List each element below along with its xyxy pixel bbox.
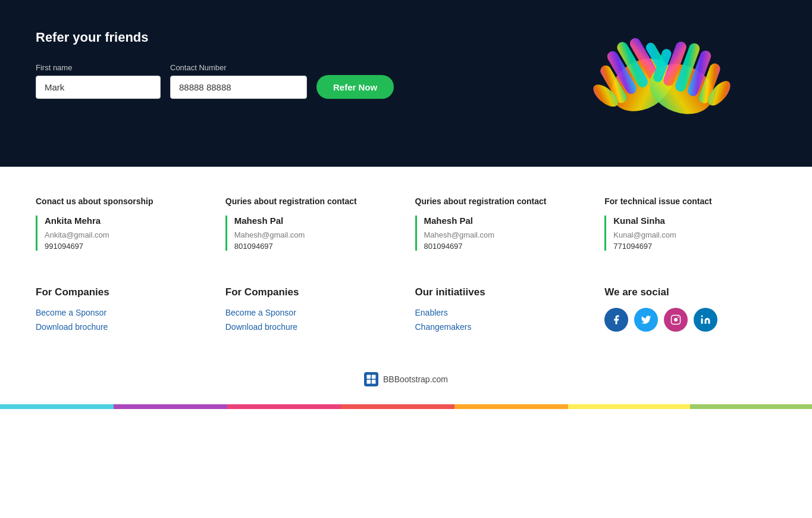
contact-card-3: Kunal Sinha Kunal@gmail.com 771094697 [604,216,776,251]
contact-phone-3: 771094697 [613,242,776,251]
contact-col-2: Quries about registration contact Mahesh… [415,196,587,251]
footer-col-social: We are social [604,286,776,336]
contact-card-2: Mahesh Pal Mahesh@gmail.com 801094697 [415,216,587,251]
svg-point-17 [701,316,703,317]
contact-col-1: Quries about registration contact Mahesh… [225,196,397,251]
footer-links-section: For Companies Become a Sponsor Download … [0,274,812,360]
first-name-group: First name [36,63,161,99]
svg-rect-19 [372,375,376,379]
linkedin-icon[interactable] [694,308,717,332]
contact-email-1: Mahesh@gmail.com [234,230,397,239]
contact-heading-0: Conact us about sponsorship [36,196,208,206]
twitter-icon[interactable] [634,308,658,332]
contact-name-1: Mahesh Pal [234,216,397,226]
footer-link-enablers[interactable]: Enablers [415,308,587,317]
svg-rect-20 [367,380,371,384]
brand-text: BBBootstrap.com [383,375,448,384]
footer-link-sponsor-1[interactable]: Become a Sponsor [36,308,208,317]
footer-col-companies-1: For Companies Become a Sponsor Download … [36,286,208,336]
footer-col-initiatives: Our initiatiives Enablers Changemakers [415,286,587,336]
footer-link-sponsor-2[interactable]: Become a Sponsor [225,308,397,317]
contact-name-2: Mahesh Pal [424,216,587,226]
footer-title-social: We are social [604,286,776,298]
footer-title-companies-2: For Companies [225,286,397,298]
contact-email-2: Mahesh@gmail.com [424,230,587,239]
contact-name-0: Ankita Mehra [45,216,208,226]
contact-group: Contact Number [170,63,307,99]
svg-rect-18 [367,375,371,379]
contact-input[interactable] [170,76,307,99]
bbbootstrap-logo [364,372,378,386]
bottom-bar: BBBootstrap.com [0,360,812,404]
footer-link-brochure-2[interactable]: Download brochure [225,322,397,332]
refer-form: First name Contact Number Refer Now [36,63,776,99]
refer-now-button[interactable]: Refer Now [316,75,394,99]
instagram-icon[interactable] [664,308,688,332]
footer-title-companies-1: For Companies [36,286,208,298]
contact-phone-2: 801094697 [424,242,587,251]
contact-heading-3: For technical issue contact [604,196,776,206]
footer-title-initiatives: Our initiatiives [415,286,587,298]
contact-heading-2: Quries about registration contact [415,196,587,206]
svg-rect-21 [372,380,376,384]
refer-section: Refer your friends First name Contact Nu… [0,0,812,167]
contact-card-1: Mahesh Pal Mahesh@gmail.com 801094697 [225,216,397,251]
contact-label: Contact Number [170,63,307,72]
facebook-icon[interactable] [604,308,628,332]
first-name-label: First name [36,63,161,72]
contact-section: Conact us about sponsorship Ankita Mehra… [0,167,812,274]
refer-title: Refer your friends [36,30,776,45]
contact-name-3: Kunal Sinha [613,216,776,226]
contact-col-0: Conact us about sponsorship Ankita Mehra… [36,196,208,251]
svg-rect-16 [701,319,703,324]
contact-email-0: Ankita@gmail.com [45,230,208,239]
footer-col-companies-2: For Companies Become a Sponsor Download … [225,286,397,336]
contact-heading-1: Quries about registration contact [225,196,397,206]
contact-col-3: For technical issue contact Kunal Sinha … [604,196,776,251]
contact-phone-1: 801094697 [234,242,397,251]
contact-card-0: Ankita Mehra Ankita@gmail.com 991094697 [36,216,208,251]
contact-phone-0: 991094697 [45,242,208,251]
rainbow-bar [0,404,812,409]
footer-link-changemakers[interactable]: Changemakers [415,322,587,332]
first-name-input[interactable] [36,76,161,99]
contact-email-3: Kunal@gmail.com [613,230,776,239]
footer-link-brochure-1[interactable]: Download brochure [36,322,208,332]
social-icons-group [604,308,776,332]
